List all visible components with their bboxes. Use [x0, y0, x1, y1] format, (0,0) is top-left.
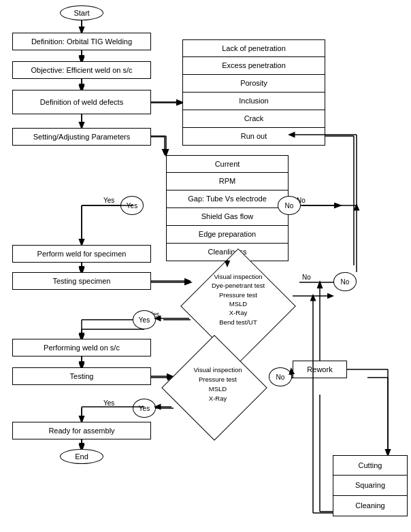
- defect-porosity: Porosity: [182, 75, 325, 93]
- diamond2-label: Visual inspectionPressure testMSLDX-Ray: [193, 365, 242, 404]
- rework-box: Rework: [293, 361, 347, 378]
- squaring-box: Squaring: [333, 476, 408, 496]
- no2-circle: No: [333, 272, 357, 291]
- def-weld-label: Definition of weld defects: [40, 97, 123, 107]
- param-edge: Edge preparation: [166, 226, 289, 244]
- defect-excess: Excess penetration: [182, 57, 325, 75]
- param-shield-label: Shield Gas flow: [201, 212, 253, 221]
- def-tig-label: Definition: Orbital TIG Welding: [31, 37, 132, 46]
- no1-circle: No: [278, 196, 301, 215]
- param-rpm: RPM: [166, 173, 289, 190]
- param-gap-label: Gap: Tube Vs electrode: [188, 194, 267, 203]
- rework-label: Rework: [307, 365, 332, 374]
- testing2-label: Testing: [70, 371, 94, 381]
- defect-crack-label: Crack: [244, 114, 264, 123]
- testing-spec-box: Testing specimen: [12, 272, 151, 290]
- yes2-label: Yes: [139, 316, 150, 324]
- defect-crack: Crack: [182, 110, 325, 128]
- defect-porosity-label: Porosity: [240, 78, 267, 88]
- defect-runout-label: Run out: [241, 131, 267, 141]
- testing2-box: Testing: [12, 367, 151, 385]
- param-current: Current: [166, 155, 289, 173]
- obj-label: Objective: Efficient weld on s/c: [31, 65, 133, 75]
- start-label: Start: [73, 9, 89, 17]
- yes3-circle: Yes: [133, 399, 156, 418]
- no3-circle: No: [269, 367, 292, 386]
- perform-spec-label: Perform weld for specimen: [37, 249, 127, 259]
- perform-sc-label: Performing weld on s/c: [44, 343, 120, 352]
- yes2-circle: Yes: [133, 310, 156, 329]
- param-current-label: Current: [215, 159, 240, 169]
- start-node: Start: [60, 5, 103, 20]
- defect-excess-label: Excess penetration: [222, 61, 286, 70]
- testing-spec-label: Testing specimen: [53, 276, 111, 286]
- cleaning-label: Cleaning: [355, 501, 384, 510]
- perform-spec-box: Perform weld for specimen: [12, 245, 151, 263]
- obj-box: Objective: Efficient weld on s/c: [12, 61, 151, 79]
- yes1-label: Yes: [127, 202, 137, 210]
- squaring-label: Squaring: [355, 480, 385, 490]
- diamond1-label: Visual inspectionDye-penetrant testPress…: [212, 272, 265, 327]
- setting-box: Setting/Adjusting Parameters: [12, 128, 151, 146]
- ready-box: Ready for assembly: [12, 422, 151, 439]
- defect-lack: Lack of penetration: [182, 39, 325, 57]
- diamond2-container: Visual inspectionPressure testMSLDX-Ray: [167, 354, 269, 415]
- no1-label: No: [285, 202, 294, 210]
- no2-label: No: [341, 278, 350, 286]
- cutting-label: Cutting: [359, 461, 382, 470]
- cleaning-box: Cleaning: [333, 496, 408, 516]
- rework-steps-container: Cutting Squaring Cleaning: [333, 455, 408, 516]
- defect-runout: Run out: [182, 128, 325, 146]
- params-container: Current RPM Gap: Tube Vs electrode Shiel…: [166, 155, 289, 261]
- yes1-circle: Yes: [120, 196, 144, 215]
- defect-inclusion-label: Inclusion: [239, 96, 268, 105]
- cutting-box: Cutting: [333, 455, 408, 476]
- setting-label: Setting/Adjusting Parameters: [33, 132, 130, 142]
- no3-label: No: [276, 373, 285, 381]
- param-shield: Shield Gas flow: [166, 208, 289, 226]
- yes3-label: Yes: [139, 405, 150, 412]
- diamond1-container: Visual inspectionDye-penetrant testPress…: [184, 265, 293, 333]
- def-tig-box: Definition: Orbital TIG Welding: [12, 33, 151, 50]
- flowchart: Yes No Yes No Yes No Start Definition: O…: [0, 0, 411, 532]
- param-rpm-label: RPM: [219, 176, 235, 186]
- end-label: End: [75, 452, 88, 461]
- param-edge-label: Edge preparation: [199, 229, 256, 239]
- param-gap: Gap: Tube Vs electrode: [166, 190, 289, 208]
- perform-sc-box: Performing weld on s/c: [12, 339, 151, 356]
- defects-container: Lack of penetration Excess penetration P…: [182, 39, 325, 146]
- defect-inclusion: Inclusion: [182, 93, 325, 110]
- svg-text:No: No: [302, 273, 311, 281]
- svg-text:Yes: Yes: [103, 399, 114, 407]
- end-node: End: [60, 449, 103, 464]
- svg-text:Yes: Yes: [103, 197, 114, 204]
- defect-lack-label: Lack of penetration: [222, 44, 286, 53]
- def-weld-box: Definition of weld defects: [12, 90, 151, 114]
- ready-label: Ready for assembly: [48, 426, 114, 435]
